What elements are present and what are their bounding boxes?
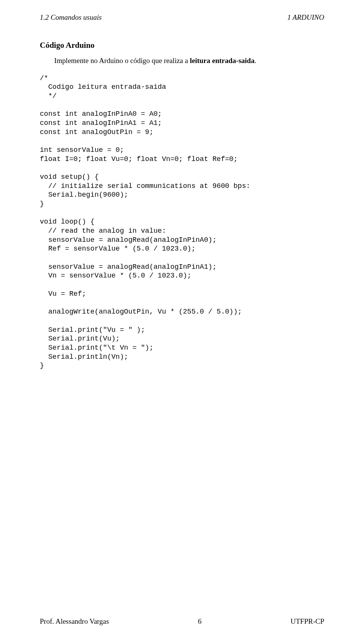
intro-pre: Implemente no Arduino o código que reali… xyxy=(54,57,190,65)
header-left: 1.2 Comandos usuais xyxy=(40,13,102,22)
intro-paragraph: Implemente no Arduino o código que reali… xyxy=(54,56,324,66)
footer-page-number: 6 xyxy=(198,617,202,626)
page: 1.2 Comandos usuais 1 ARDUINO Código Ard… xyxy=(0,0,364,637)
footer-left: Prof. Alessandro Vargas xyxy=(40,617,109,626)
page-header: 1.2 Comandos usuais 1 ARDUINO xyxy=(40,13,324,22)
page-footer: Prof. Alessandro Vargas 6 UTFPR-CP xyxy=(40,617,324,626)
code-block: /* Codigo leitura entrada-saida */ const… xyxy=(40,74,324,371)
intro-post: . xyxy=(254,57,256,65)
header-right: 1 ARDUINO xyxy=(287,13,324,22)
footer-right: UTFPR-CP xyxy=(290,617,324,626)
intro-bold: leitura entrada-saida xyxy=(190,57,254,65)
section-title: Código Arduino xyxy=(40,41,324,50)
